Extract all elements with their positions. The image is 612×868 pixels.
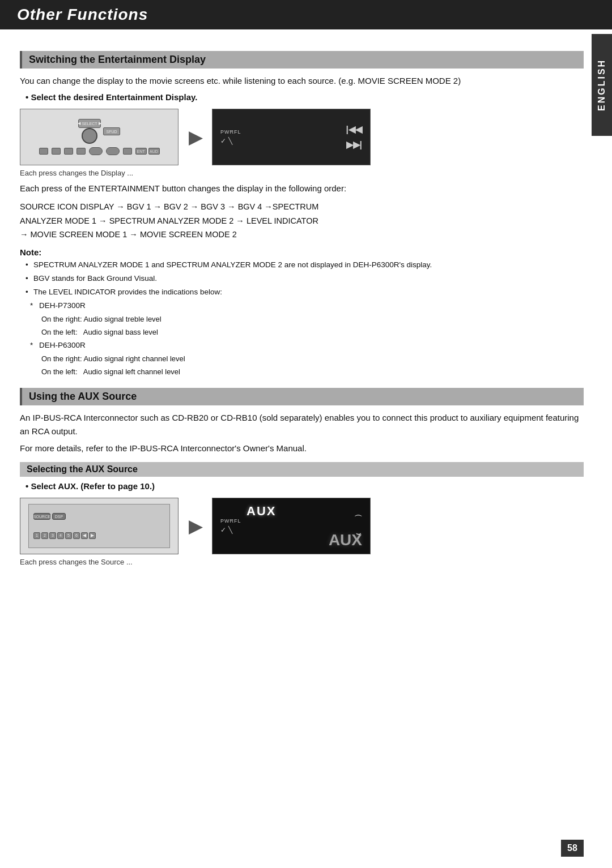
entertainment-caption: Each press changes the Display ... [20,169,584,177]
ctrl-rect-btn1: ENT [135,148,147,155]
ctrl-bottom-row: ENT AUD [39,147,160,155]
ctrl-select-area: ◀ SELECT ▶ [78,119,101,144]
aux-display-text-area: AUX [246,504,276,519]
aux-large-display-text: AUX [329,531,362,549]
aux-caption: Each press changes the Source ... [20,558,584,566]
num-btn-1: 1 [33,532,40,539]
aux-pwrfl-check: ✓ [220,526,226,534]
note-title: Note: [20,247,584,257]
ctrl-btn-5 [123,148,132,155]
title-bar: Other Functions [0,0,612,29]
section-header-text: Switching the Entertainment Display [29,54,577,66]
num-btn-2: 2 [41,532,48,539]
aux-body2: For more details, refer to the IP-BUS-RC… [20,442,584,455]
num-btns: 1 2 3 4 5 6 ◀ ▶ [33,532,96,539]
aux-diagram-row: SOURCE DSP 1 2 3 4 5 6 ◀ ▶ [20,498,584,554]
aux-diagram-right: PWRFL ✓ ╲ AUX AUX ⌒ ⌣ [212,498,371,554]
entertainment-diagram-left: ◀ SELECT ▶ SFUD [20,109,178,165]
diagram-arrow-1: ▶ [189,127,202,147]
aux-pwrfl-slant: ╲ [228,526,232,534]
entertainment-diagram-row: ◀ SELECT ▶ SFUD [20,109,584,165]
pwrfl-icons: ✓ ╲ [220,137,241,145]
aux-media-vol-up: ⌒ [354,514,362,524]
entertainment-body1: You can change the display to the movie … [20,74,584,88]
num-btn-6: 6 [73,532,80,539]
aux-pwrfl-icons: ✓ ╲ [220,526,241,534]
aux-display-left: PWRFL ✓ ╲ [220,518,241,534]
page-number: 58 [561,840,584,857]
ctrl-right-btns: ENT AUD [135,148,160,155]
aux-source-row: SOURCE DSP [33,513,165,520]
media-next-btn: ▶▶| [346,139,362,150]
page-title: Other Functions [17,6,148,24]
section-aux-header-text: Using the AUX Source [29,391,577,403]
num-btn-next: ▶ [89,532,96,539]
note-item-right-treble: On the right: Audio signal treble level [26,314,584,325]
note-item-deh6300r: DEH-P6300R [26,340,584,352]
note-item-3: The LEVEL INDICATOR provides the indicat… [26,287,584,298]
ctrl-center-btn [82,128,97,144]
source-btn: SOURCE [33,513,50,520]
ctrl-oval-btn [89,147,103,155]
section-switching-entertainment: Switching the Entertainment Display [20,51,584,69]
entertainment-bullet1: Select the desired Entertainment Display… [26,92,584,102]
main-content: Switching the Entertainment Display You … [0,29,612,588]
media-prev-btn: |◀◀ [346,124,362,135]
aux-diagram-arrow: ▶ [189,516,202,536]
ent-right-content: PWRFL ✓ ╲ [220,129,241,145]
note-item-right-channel: On the right: Audio signal right channel… [26,353,584,365]
ctrl-btn-3 [64,148,73,155]
num-btn-3: 3 [49,532,56,539]
language-tab: ENGLISH [592,34,612,136]
section-using-aux: Using the AUX Source [20,388,584,405]
pwrfl-icon-check: ✓ [220,137,226,145]
ctrl-sfud-btn: SFUD [103,127,120,135]
aux-body1: An IP-BUS-RCA Interconnector such as CD-… [20,411,584,438]
entertainment-sequence: SOURCE ICON DISPLAY → BGV 1 → BGV 2 → BG… [20,200,584,242]
num-btn-prev: ◀ [81,532,88,539]
ctrl-oval-btn2 [106,147,120,155]
page-container: Other Functions ENGLISH Switching the En… [0,0,612,868]
ctrl-btn-1 [39,148,48,155]
aux-left-inner: SOURCE DSP 1 2 3 4 5 6 ◀ ▶ [28,504,170,548]
ctrl-top-row: ◀ SELECT ▶ SFUD [78,119,120,144]
aux-num-row: 1 2 3 4 5 6 ◀ ▶ [33,532,165,539]
media-controls: |◀◀ ▶▶| [346,124,362,150]
pwrfl-label: PWRFL [220,129,241,135]
note-item-deh7300r: DEH-P7300R [26,300,584,312]
pwrfl-icon-slant: ╲ [228,137,232,145]
note-item-1: SPECTRUM ANALYZER MODE 1 and SPECTRUM AN… [26,259,584,271]
aux-diagram-left: SOURCE DSP 1 2 3 4 5 6 ◀ ▶ [20,498,178,554]
ctrl-select-btn: ◀ SELECT ▶ [78,119,101,128]
note-item-2: BGV stands for Back Ground Visual. [26,273,584,285]
entertainment-diagram-right: PWRFL ✓ ╲ |◀◀ ▶▶| [212,109,371,165]
subsection-selecting-aux-header: Selecting the AUX Source [27,464,577,474]
aux-display-text: AUX [246,504,276,519]
aux-pwrfl-label: PWRFL [220,518,241,524]
num-btn-4: 4 [57,532,64,539]
note-section: Note: SPECTRUM ANALYZER MODE 1 and SPECT… [20,247,584,378]
subsection-selecting-aux: Selecting the AUX Source [20,462,584,477]
ctrl-btn-2 [52,148,61,155]
entertainment-body2: Each press of the ENTERTAINMENT button c… [20,182,584,195]
dsp-btn: DSP [52,513,66,520]
note-item-left-channel: On the left: Audio signal left channel l… [26,366,584,378]
ctrl-rect-btn2: AUD [148,148,160,155]
ctrl-btn-4 [76,148,86,155]
note-item-left-bass: On the left: Audio signal bass level [26,327,584,338]
num-btn-5: 5 [65,532,72,539]
note-list: SPECTRUM ANALYZER MODE 1 and SPECTRUM AN… [20,259,584,378]
aux-bullet1: Select AUX. (Refer to page 10.) [26,481,584,491]
